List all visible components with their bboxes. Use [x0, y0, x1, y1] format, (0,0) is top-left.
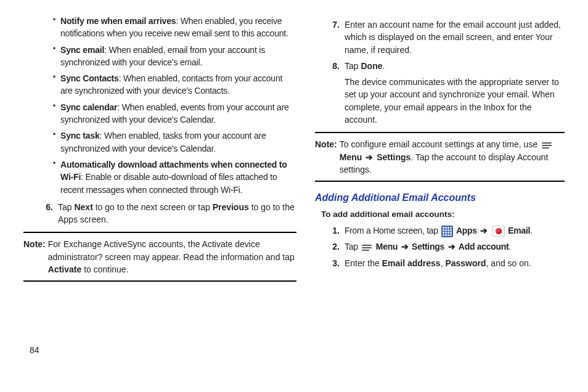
- step-paragraph: The device communicates with the appropr…: [345, 76, 565, 126]
- page-number: 84: [0, 345, 588, 355]
- settings-label: Settings: [377, 152, 410, 162]
- text: From a Home screen, tap: [345, 226, 440, 235]
- bullet-icon: •: [53, 129, 60, 155]
- text: .: [530, 226, 533, 235]
- note-block: Note: For Exchange ActiveSync accounts, …: [23, 232, 296, 282]
- step-number: 1.: [325, 224, 345, 237]
- step-number: 6.: [38, 201, 58, 226]
- list-item: • Sync calendar: When enabled, events fr…: [53, 101, 296, 126]
- note-block: Note: To configure email account setting…: [315, 132, 565, 182]
- bullet-icon: •: [53, 72, 60, 97]
- step-number: 7.: [325, 18, 345, 56]
- option-title: Sync calendar: [60, 102, 117, 112]
- bullet-icon: •: [53, 44, 60, 69]
- option-title: Sync email: [60, 45, 104, 55]
- add-step-3: 3. Enter the Email address, Password, an…: [325, 257, 565, 269]
- next-label: Next: [74, 202, 92, 212]
- option-title: Sync task: [60, 131, 100, 141]
- note-label: Note:: [315, 138, 340, 176]
- list-item: • Notify me when email arrives: When ena…: [53, 15, 296, 40]
- password-label: Password: [445, 258, 486, 268]
- right-column: 7. Enter an account name for the email a…: [321, 15, 565, 339]
- note-text: For Exchange ActiveSync accounts, the Ac…: [48, 239, 295, 261]
- email-address-label: Email address: [382, 258, 441, 268]
- arrow-icon: ➔: [480, 226, 488, 235]
- text: to go to the next screen or tap: [93, 202, 213, 212]
- arrow-icon: ➔: [448, 242, 455, 251]
- activate-label: Activate: [48, 264, 81, 274]
- text: .: [382, 61, 385, 71]
- note-text: to continue.: [81, 264, 128, 274]
- bullet-icon: •: [53, 158, 60, 196]
- add-step-2: 2. Tap Menu ➔ Settings ➔ Add account.: [325, 240, 565, 253]
- list-item: • Automatically download attachments whe…: [53, 158, 296, 196]
- menu-icon: [361, 243, 372, 253]
- note-text: To configure email account settings at a…: [340, 139, 540, 149]
- text: .: [508, 242, 511, 251]
- step-8: 8. Tap Done. The device communicates wit…: [325, 60, 565, 126]
- menu-icon: [541, 141, 552, 150]
- step-number: 2.: [325, 240, 345, 253]
- step-6: 6. Tap Next to go to the next screen or …: [38, 201, 296, 226]
- left-column: • Notify me when email arrives: When ena…: [23, 15, 296, 339]
- add-step-1: 1. From a Home screen, tap Apps ➔ Email.: [325, 224, 565, 237]
- list-item: • Sync task: When enabled, tasks from yo…: [53, 129, 296, 155]
- email-label: Email: [508, 226, 530, 235]
- arrow-icon: ➔: [401, 242, 409, 251]
- note-label: Note:: [23, 238, 48, 276]
- settings-label: Settings: [412, 242, 444, 251]
- section-heading: Adding Additional Email Accounts: [315, 190, 565, 205]
- bullet-icon: •: [53, 15, 60, 40]
- arrow-icon: ➔: [365, 152, 373, 162]
- option-title: Sync Contacts: [60, 73, 119, 83]
- menu-label: Menu: [376, 242, 398, 251]
- option-title: Notify me when email arrives: [60, 16, 176, 26]
- list-item: • Sync email: When enabled, email from y…: [53, 44, 296, 69]
- sub-heading: To add additional email accounts:: [321, 208, 565, 221]
- step-number: 3.: [325, 257, 345, 269]
- step-number: 8.: [325, 60, 345, 126]
- previous-label: Previous: [213, 202, 249, 212]
- text: Tap: [58, 202, 74, 212]
- option-desc: : Enable or disable auto-download of fil…: [60, 172, 277, 194]
- done-label: Done: [361, 61, 382, 71]
- text: , and so on.: [486, 258, 531, 268]
- apps-icon: [441, 226, 452, 236]
- add-account-label: Add account: [459, 242, 508, 251]
- text: Enter the: [345, 258, 382, 268]
- sync-options-list: • Notify me when email arrives: When ena…: [53, 15, 296, 196]
- apps-label: Apps: [456, 226, 477, 235]
- text: Tap: [345, 61, 361, 71]
- bullet-icon: •: [53, 101, 60, 126]
- email-icon: [492, 226, 505, 237]
- step-text: Enter an account name for the email acco…: [345, 18, 565, 56]
- text: Tap: [345, 242, 360, 251]
- menu-label: Menu: [340, 152, 362, 162]
- list-item: • Sync Contacts: When enabled, contacts …: [53, 72, 296, 97]
- step-7: 7. Enter an account name for the email a…: [325, 18, 565, 56]
